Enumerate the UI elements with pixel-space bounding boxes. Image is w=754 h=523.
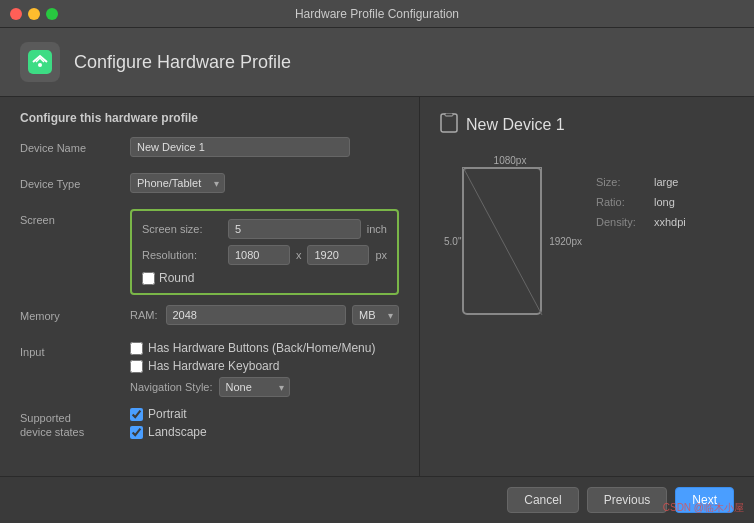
svg-line-4 (464, 169, 542, 315)
hw-keyboard-checkbox[interactable] (130, 360, 143, 373)
screen-size-unit: inch (367, 223, 387, 235)
screen-label: Screen (20, 209, 130, 227)
nav-style-select[interactable]: None Gesture 3-button (219, 377, 290, 397)
hw-buttons-checkbox[interactable] (130, 342, 143, 355)
hw-buttons-label: Has Hardware Buttons (Back/Home/Menu) (148, 341, 375, 355)
spec-size-key: Size: (596, 173, 646, 193)
screen-size-row: Screen size: inch (142, 219, 387, 239)
spec-density-row: Density: xxhdpi (596, 213, 686, 233)
round-row: Round (142, 271, 387, 285)
resolution-label: Resolution: (142, 249, 222, 261)
device-name-label: Device Name (20, 137, 130, 155)
watermark: CSDN @临木小屋 (663, 501, 744, 515)
phone-frame (462, 167, 542, 315)
device-preview-header: New Device 1 (440, 113, 565, 137)
ram-input[interactable] (166, 305, 347, 325)
round-checkbox[interactable] (142, 272, 155, 285)
svg-rect-0 (28, 50, 52, 74)
dialog-body: Configure this hardware profile Device N… (0, 97, 754, 476)
right-panel: New Device 1 1080px (420, 97, 754, 476)
screen-size-label: Screen size: (142, 223, 222, 235)
resolution-row: Resolution: x px (142, 245, 387, 265)
close-button[interactable] (10, 8, 22, 20)
nav-style-select-wrap: None Gesture 3-button (219, 377, 290, 397)
input-field: Has Hardware Buttons (Back/Home/Menu) Ha… (130, 341, 399, 397)
cancel-button[interactable]: Cancel (507, 487, 578, 513)
memory-label: Memory (20, 305, 130, 323)
px-right-label: 1920px (549, 235, 582, 246)
spec-size-val: large (654, 173, 678, 193)
device-preview-icon (440, 113, 458, 137)
spec-ratio-key: Ratio: (596, 193, 646, 213)
resolution-width-input[interactable] (228, 245, 290, 265)
portrait-wrap: Portrait (130, 407, 399, 421)
landscape-wrap: Landscape (130, 425, 399, 439)
section-title: Configure this hardware profile (20, 111, 399, 125)
input-label: Input (20, 341, 130, 359)
x-separator: x (296, 249, 302, 261)
supported-states-row: Supporteddevice states Portrait Landscap… (20, 407, 399, 443)
preview-device-name: New Device 1 (466, 116, 565, 134)
device-type-select-wrap: Phone/Tablet Tablet Phone Desktop TV (130, 173, 225, 193)
screen-size-input[interactable] (228, 219, 361, 239)
title-bar: Hardware Profile Configuration (0, 0, 754, 28)
ram-row: RAM: MB GB (130, 305, 399, 325)
window-controls (10, 8, 58, 20)
portrait-label: Portrait (148, 407, 187, 421)
memory-field: RAM: MB GB (130, 305, 399, 325)
left-panel: Configure this hardware profile Device N… (0, 97, 420, 476)
spec-ratio-val: long (654, 193, 675, 213)
px-top-label: 1080px (494, 155, 527, 166)
spec-density-key: Density: (596, 213, 646, 233)
window-title: Hardware Profile Configuration (295, 7, 459, 21)
device-name-row: Device Name (20, 137, 399, 163)
inch-label: 5.0" (444, 235, 461, 246)
screen-field: Screen size: inch Resolution: x px (130, 209, 399, 295)
phone-diagram: 1080px 1920px (440, 153, 580, 328)
dialog-title: Configure Hardware Profile (74, 52, 291, 73)
previous-button[interactable]: Previous (587, 487, 668, 513)
app-icon (20, 42, 60, 82)
device-specs: Size: large Ratio: long Density: xxhdpi (596, 173, 686, 232)
landscape-checkbox[interactable] (130, 426, 143, 439)
ram-unit-select[interactable]: MB GB (352, 305, 399, 325)
maximize-button[interactable] (46, 8, 58, 20)
supported-states-label: Supporteddevice states (20, 407, 130, 440)
device-visual-area: 1080px 1920px (440, 153, 686, 328)
portrait-checkbox[interactable] (130, 408, 143, 421)
nav-style-label: Navigation Style: (130, 381, 213, 393)
device-type-row: Device Type Phone/Tablet Tablet Phone De… (20, 173, 399, 199)
spec-density-val: xxhdpi (654, 213, 686, 233)
supported-states-field: Portrait Landscape (130, 407, 399, 443)
hw-keyboard-wrap: Has Hardware Keyboard (130, 359, 399, 373)
minimize-button[interactable] (28, 8, 40, 20)
nav-style-row: Navigation Style: None Gesture 3-button (130, 377, 399, 397)
screen-group: Screen size: inch Resolution: x px (130, 209, 399, 295)
resolution-unit: px (375, 249, 387, 261)
spec-ratio-row: Ratio: long (596, 193, 686, 213)
svg-rect-2 (441, 114, 457, 132)
landscape-label: Landscape (148, 425, 207, 439)
device-type-field: Phone/Tablet Tablet Phone Desktop TV (130, 173, 399, 193)
ram-label: RAM: (130, 309, 158, 321)
dialog-footer: Cancel Previous Next (0, 476, 754, 523)
device-type-label: Device Type (20, 173, 130, 191)
hw-buttons-wrap: Has Hardware Buttons (Back/Home/Menu) (130, 341, 399, 355)
spec-size-row: Size: large (596, 173, 686, 193)
hw-keyboard-label: Has Hardware Keyboard (148, 359, 279, 373)
resolution-height-input[interactable] (307, 245, 369, 265)
device-type-select[interactable]: Phone/Tablet Tablet Phone Desktop TV (130, 173, 225, 193)
dialog: Configure Hardware Profile Configure thi… (0, 28, 754, 523)
svg-point-1 (38, 63, 42, 67)
round-label: Round (159, 271, 194, 285)
device-name-field (130, 137, 399, 157)
input-row: Input Has Hardware Buttons (Back/Home/Me… (20, 341, 399, 397)
memory-row: Memory RAM: MB GB (20, 305, 399, 331)
device-name-input[interactable] (130, 137, 350, 157)
dialog-header: Configure Hardware Profile (0, 28, 754, 97)
screen-row: Screen Screen size: inch Resolution: x (20, 209, 399, 295)
svg-rect-3 (445, 113, 453, 116)
ram-unit-select-wrap: MB GB (352, 305, 399, 325)
diagonal-svg (464, 169, 544, 317)
